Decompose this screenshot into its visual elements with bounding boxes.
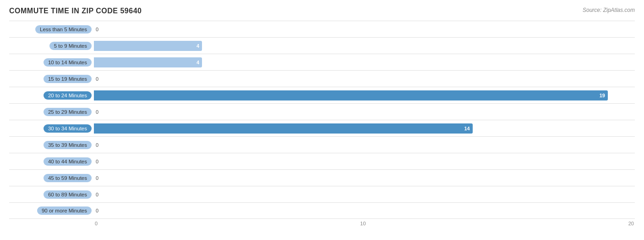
bar-label: 35 to 39 Minutes [44, 141, 92, 149]
zero-value: 0 [96, 142, 98, 148]
bar-label-container: 25 to 29 Minutes [9, 108, 94, 116]
x-axis-labels: 01020 [94, 221, 635, 226]
bar-label-container: 60 to 89 Minutes [9, 190, 94, 199]
bar-row: 40 to 44 Minutes0 [9, 153, 635, 169]
bar-label: 25 to 29 Minutes [44, 108, 92, 116]
x-axis-label: 20 [628, 221, 634, 226]
bar-label: 40 to 44 Minutes [44, 157, 92, 166]
bar-row: 20 to 24 Minutes19 [9, 87, 635, 103]
bar-label: 15 to 19 Minutes [44, 75, 92, 83]
bar-chart-area: 0 [94, 153, 635, 169]
bar-label-container: 10 to 14 Minutes [9, 58, 94, 67]
zero-value: 0 [96, 175, 98, 181]
bar-label: 10 to 14 Minutes [44, 58, 92, 67]
bar-label-container: 30 to 34 Minutes [9, 124, 94, 133]
bar-row: Less than 5 Minutes0 [9, 21, 635, 37]
bar: 4 [94, 41, 202, 51]
bar-chart-area: 4 [94, 38, 635, 54]
bar-label-container: 90 or more Minutes [9, 207, 94, 215]
bar-value: 14 [464, 126, 469, 131]
bar-row: 45 to 59 Minutes0 [9, 169, 635, 186]
bar: 14 [94, 123, 473, 134]
zero-value: 0 [96, 76, 98, 82]
bar-label-container: 5 to 9 Minutes [9, 42, 94, 50]
bar-row: 30 to 34 Minutes14 [9, 120, 635, 136]
source-text: Source: ZipAtlas.com [583, 7, 635, 13]
bar-value: 19 [600, 93, 605, 98]
bar-row: 25 to 29 Minutes0 [9, 103, 635, 120]
bar-chart-area: 0 [94, 71, 635, 87]
chart-area: Less than 5 Minutes05 to 9 Minutes410 to… [9, 21, 635, 219]
bar-row: 5 to 9 Minutes4 [9, 37, 635, 54]
bar-row: 60 to 89 Minutes0 [9, 186, 635, 202]
bar-value: 4 [196, 43, 199, 49]
bar-chart-area: 19 [94, 87, 635, 103]
bar-chart-area: 4 [94, 54, 635, 70]
bar-label: 45 to 59 Minutes [44, 174, 92, 182]
bar-label-container: 20 to 24 Minutes [9, 91, 94, 100]
x-axis: 01020 [94, 221, 635, 226]
chart-container: COMMUTE TIME IN ZIP CODE 59640 Source: Z… [0, 0, 644, 240]
bar-label-container: Less than 5 Minutes [9, 25, 94, 33]
bar-label: 30 to 34 Minutes [44, 124, 92, 133]
x-axis-label: 0 [95, 221, 98, 226]
bar-chart-area: 14 [94, 120, 635, 136]
bar: 19 [94, 90, 608, 100]
bar-label: 90 or more Minutes [37, 207, 92, 215]
zero-value: 0 [96, 192, 98, 197]
zero-value: 0 [96, 208, 98, 213]
chart-title: COMMUTE TIME IN ZIP CODE 59640 [9, 7, 635, 15]
bar-row: 90 or more Minutes0 [9, 202, 635, 219]
bar-chart-area: 0 [94, 203, 635, 218]
bar-row: 10 to 14 Minutes4 [9, 54, 635, 70]
bar-label: 5 to 9 Minutes [49, 42, 92, 50]
bar-label-container: 35 to 39 Minutes [9, 141, 94, 149]
bar-label: Less than 5 Minutes [35, 25, 92, 33]
zero-value: 0 [96, 159, 98, 164]
bar-chart-area: 0 [94, 186, 635, 202]
bar-label: 20 to 24 Minutes [44, 91, 92, 100]
bar-chart-area: 0 [94, 21, 635, 37]
bar: 4 [94, 57, 202, 67]
bar-label-container: 45 to 59 Minutes [9, 174, 94, 182]
bar-value: 4 [196, 60, 199, 65]
x-axis-label: 10 [360, 221, 366, 226]
bar-row: 35 to 39 Minutes0 [9, 136, 635, 153]
bar-label-container: 15 to 19 Minutes [9, 75, 94, 83]
bar-label: 60 to 89 Minutes [44, 190, 92, 199]
zero-value: 0 [96, 27, 98, 32]
bar-label-container: 40 to 44 Minutes [9, 157, 94, 166]
bar-chart-area: 0 [94, 170, 635, 186]
bar-chart-area: 0 [94, 137, 635, 153]
bar-chart-area: 0 [94, 104, 635, 120]
zero-value: 0 [96, 109, 98, 115]
bar-row: 15 to 19 Minutes0 [9, 70, 635, 87]
